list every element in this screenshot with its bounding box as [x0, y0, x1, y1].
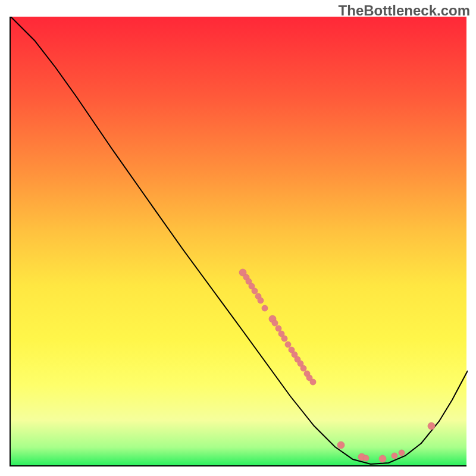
- data-point: [262, 305, 268, 311]
- data-point: [300, 365, 306, 371]
- data-point: [379, 455, 386, 462]
- data-point: [272, 320, 278, 326]
- data-point: [363, 455, 369, 461]
- data-point: [399, 450, 405, 456]
- data-point: [281, 336, 287, 342]
- bottleneck-curve: [11, 17, 468, 464]
- data-point: [285, 342, 291, 347]
- data-point: [252, 288, 258, 294]
- chart-container: TheBottleneck.com: [0, 0, 476, 476]
- plot-area: [10, 17, 466, 466]
- data-point: [392, 453, 397, 459]
- data-point: [310, 379, 316, 385]
- data-point: [275, 325, 281, 331]
- chart-svg: [11, 17, 468, 466]
- data-point: [337, 441, 345, 449]
- data-point: [258, 298, 264, 303]
- watermark-text: TheBottleneck.com: [339, 2, 470, 19]
- data-point: [428, 422, 435, 430]
